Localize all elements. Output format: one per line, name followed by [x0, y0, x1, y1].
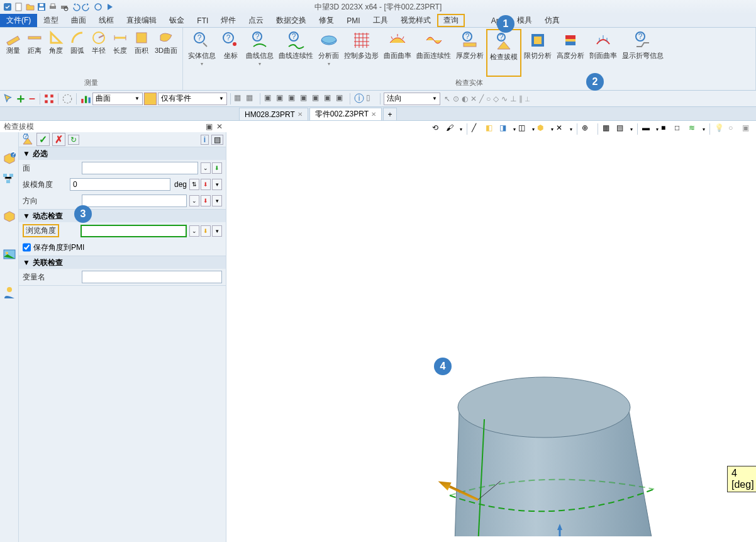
rbtn-ctrlpoly[interactable]: 控制多边形: [342, 29, 381, 77]
rbtn-area[interactable]: 面积: [131, 29, 152, 77]
snap-icon[interactable]: ○: [486, 94, 491, 103]
menu-wireframe[interactable]: 线框: [92, 14, 120, 27]
menu-mold[interactable]: 模具: [511, 14, 538, 27]
rbtn-angle[interactable]: 角度: [45, 29, 67, 77]
var-input[interactable]: [82, 271, 222, 283]
menu-sheetmetal[interactable]: 钣金: [163, 14, 191, 27]
settings-button[interactable]: ▤: [211, 135, 223, 145]
menu-fti[interactable]: FTI: [191, 14, 214, 27]
pick-icon[interactable]: ⬇: [201, 179, 211, 190]
undo-icon[interactable]: [70, 2, 81, 12]
minus-icon[interactable]: [28, 94, 36, 103]
save-pmi-checkbox[interactable]: [23, 241, 31, 254]
strip-user-icon[interactable]: [2, 285, 17, 300]
play-icon[interactable]: [104, 2, 114, 12]
expand-icon[interactable]: ⌄: [189, 195, 199, 206]
snap-icon[interactable]: ↖: [444, 94, 450, 103]
spin-icon[interactable]: ⇅: [189, 179, 199, 190]
new-icon[interactable]: [14, 2, 24, 12]
pick-icon[interactable]: ⬇: [201, 195, 211, 206]
cursor-icon[interactable]: [3, 93, 14, 104]
angle-input[interactable]: [70, 178, 170, 191]
rbtn-height[interactable]: 高度分析: [554, 29, 587, 77]
ok-button[interactable]: ✓: [36, 133, 50, 146]
menu-tools[interactable]: 工具: [367, 14, 394, 27]
more-icon[interactable]: ▾: [212, 179, 222, 190]
menu-file[interactable]: 文件(F): [0, 14, 37, 27]
menu-pointcloud[interactable]: 点云: [242, 14, 270, 27]
close-panel-icon[interactable]: ✕: [216, 122, 223, 131]
dock-icon[interactable]: ▣: [206, 122, 213, 131]
expand-icon[interactable]: ⌄: [189, 225, 199, 237]
rbtn-thickness[interactable]: ?厚度分析: [453, 29, 486, 77]
info-button[interactable]: i: [201, 135, 209, 145]
filter-combo[interactable]: 曲面▼: [92, 93, 143, 105]
rbtn-curveinfo[interactable]: ?曲线信息▾: [243, 29, 276, 77]
face-input[interactable]: [82, 162, 198, 174]
tool-icon-d[interactable]: ▣: [276, 93, 286, 103]
tool-icon-f[interactable]: ▣: [300, 93, 310, 103]
app-icon[interactable]: [3, 2, 13, 12]
section-header[interactable]: ▼关联检查: [19, 256, 226, 269]
rbtn-surfcurv[interactable]: 曲面曲率: [381, 29, 414, 77]
strip-tree-icon[interactable]: [2, 171, 17, 186]
rbtn-entityinfo[interactable]: ?实体信息▾: [186, 29, 218, 77]
scope-combo[interactable]: 仅有零件▼: [158, 93, 227, 105]
file-tab[interactable]: HM028.Z3PRT✕: [239, 108, 308, 120]
spline-icon[interactable]: [62, 93, 73, 104]
rbtn-curvecont[interactable]: ?曲线连续性: [276, 29, 316, 77]
print-icon[interactable]: [48, 2, 58, 12]
dir-input[interactable]: [82, 195, 187, 207]
section-header[interactable]: ▼必选: [19, 147, 226, 160]
menu-query[interactable]: 查询: [437, 14, 465, 27]
rbtn-bendinfo[interactable]: ?显示折弯信息: [620, 29, 666, 77]
rbtn-surfcont[interactable]: 曲面连续性: [414, 29, 453, 77]
redo-icon[interactable]: [82, 2, 92, 12]
menu-surface[interactable]: 曲面: [65, 14, 92, 27]
plus-icon[interactable]: [15, 93, 26, 104]
snap-icon[interactable]: ◇: [493, 94, 499, 103]
strip-image-icon[interactable]: [2, 247, 17, 262]
browse-angle-input[interactable]: [81, 225, 187, 237]
expand-icon[interactable]: ⌄: [201, 162, 211, 174]
tool-icon-j[interactable]: ▯: [366, 93, 376, 103]
rbtn-radius[interactable]: 半径: [88, 29, 109, 77]
close-icon[interactable]: ✕: [297, 111, 303, 118]
repeat-icon[interactable]: [93, 2, 103, 12]
snap-icon[interactable]: ∥: [519, 94, 523, 103]
rbtn-checkdraft[interactable]: ?检查拔模: [486, 29, 521, 77]
rbtn-3dsurface[interactable]: 3D曲面: [152, 29, 180, 77]
menu-repair[interactable]: 修复: [313, 14, 340, 27]
rbtn-seccurv[interactable]: 剖面曲率: [587, 29, 620, 77]
more-icon[interactable]: ▾: [212, 225, 222, 237]
rbtn-coord[interactable]: ?坐标: [218, 29, 243, 77]
snap-icon[interactable]: ✕: [470, 94, 477, 103]
section-header[interactable]: ▼动态检查: [19, 210, 226, 222]
panel-draft-icon[interactable]: ?: [21, 133, 34, 146]
rbtn-analface[interactable]: 分析面▾: [316, 29, 342, 77]
grid-icon[interactable]: [43, 93, 55, 104]
menu-weld[interactable]: 焊件: [214, 14, 242, 27]
new-tab-button[interactable]: +: [383, 108, 397, 120]
snap-icon[interactable]: ∿: [501, 94, 508, 103]
close-icon[interactable]: ✕: [371, 111, 376, 118]
snap-icon[interactable]: ╱: [479, 94, 484, 103]
info-icon[interactable]: i: [354, 93, 364, 103]
tool-icon-a[interactable]: ▦: [234, 93, 244, 103]
tool-icon-e[interactable]: ▣: [288, 93, 298, 103]
snap-icon[interactable]: ⊥: [510, 94, 516, 103]
pick-icon[interactable]: ⬇: [212, 162, 222, 174]
menu-exchange[interactable]: 数据交换: [270, 14, 313, 27]
file-tab-active[interactable]: 零件002.Z3PRT✕: [309, 108, 382, 120]
strip-box-icon[interactable]: [2, 209, 17, 224]
apply-button[interactable]: ↻: [68, 135, 79, 145]
menu-directedit[interactable]: 直接编辑: [120, 14, 163, 27]
menu-shape[interactable]: 造型: [37, 14, 65, 27]
tool-icon-g[interactable]: ▣: [312, 93, 322, 103]
menu-visual[interactable]: 视觉样式: [394, 14, 437, 27]
rbtn-length[interactable]: 长度: [109, 29, 131, 77]
snap-icon[interactable]: ⊙: [453, 94, 459, 103]
tool-icon-c[interactable]: ▣: [264, 93, 274, 103]
snap-icon[interactable]: ⟂: [525, 94, 530, 103]
chart-icon[interactable]: [80, 93, 91, 104]
